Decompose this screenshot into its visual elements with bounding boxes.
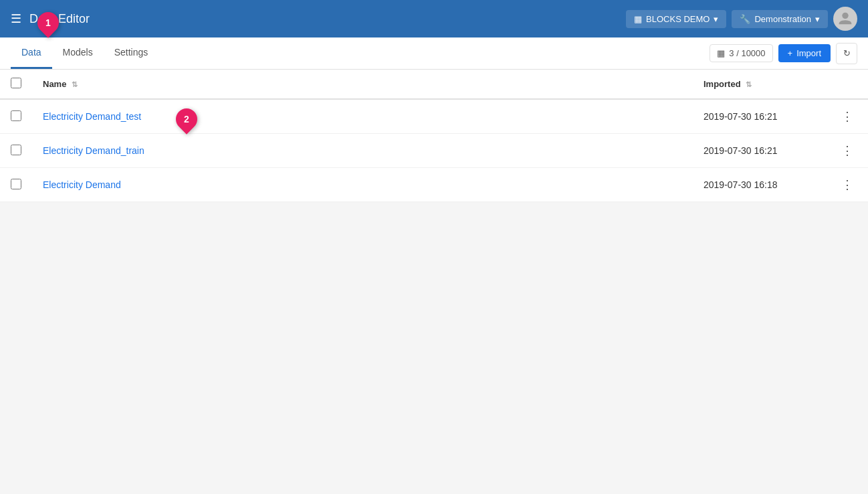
row-actions-cell: ⋮ xyxy=(827,99,868,134)
row-checkbox-cell xyxy=(0,134,32,168)
table-row: Electricity Demand_test2019-07-30 16:21⋮ xyxy=(0,99,868,134)
chevron-down-icon: ▾ xyxy=(714,14,718,24)
row-imported-cell: 2019-07-30 16:21 xyxy=(693,99,827,134)
avatar[interactable] xyxy=(833,7,857,31)
select-all-checkbox[interactable] xyxy=(11,78,21,88)
row-more-button[interactable]: ⋮ xyxy=(837,176,857,193)
table-row: Electricity Demand2019-07-30 16:18⋮ xyxy=(0,168,868,202)
annotation-badge-1-text: 1 xyxy=(45,17,51,28)
header: ☰ Data Editor ▦ BLOCKS DEMO ▾ 🔧 Demonstr… xyxy=(0,0,868,37)
row-actions-cell: ⋮ xyxy=(827,134,868,168)
nav-tabs-right: ▦ 3 / 10000 + Import ↻ xyxy=(710,43,857,64)
row-checkbox-cell xyxy=(0,168,32,202)
blocks-demo-button[interactable]: ▦ BLOCKS DEMO ▾ xyxy=(626,10,726,28)
name-column-label: Name xyxy=(43,79,66,89)
data-table: Name ⇅ Imported ⇅ Electricity Demand_tes… xyxy=(0,70,868,202)
select-all-header xyxy=(0,70,32,99)
plus-icon: + xyxy=(788,48,793,58)
imported-column-header[interactable]: Imported ⇅ xyxy=(693,70,827,99)
table-container: Name ⇅ Imported ⇅ Electricity Demand_tes… xyxy=(0,70,868,202)
table-icon: ▦ xyxy=(717,48,725,58)
row-name-cell: Electricity Demand xyxy=(32,168,693,202)
refresh-button[interactable]: ↻ xyxy=(836,43,857,64)
tab-models[interactable]: Models xyxy=(52,37,104,69)
row-checkbox-2[interactable] xyxy=(11,179,21,189)
hamburger-icon[interactable]: ☰ xyxy=(11,11,21,26)
row-name-link[interactable]: Electricity Demand xyxy=(43,179,121,190)
imported-sort-icon: ⇅ xyxy=(746,80,752,88)
nav-tabs: Data Models Settings ▦ 3 / 10000 + Impor… xyxy=(0,37,868,70)
row-checkbox-0[interactable] xyxy=(11,110,21,121)
imported-column-label: Imported xyxy=(703,79,741,89)
row-checkbox-cell xyxy=(0,99,32,134)
demonstration-label: Demonstration xyxy=(754,14,811,24)
chevron-down-icon-2: ▾ xyxy=(815,14,820,24)
header-right: ▦ BLOCKS DEMO ▾ 🔧 Demonstration ▾ xyxy=(626,7,857,31)
wrench-icon: 🔧 xyxy=(740,14,750,24)
row-name-cell: Electricity Demand_test xyxy=(32,99,693,134)
demonstration-button[interactable]: 🔧 Demonstration ▾ xyxy=(732,10,828,28)
table-header-row: Name ⇅ Imported ⇅ xyxy=(0,70,868,99)
name-column-header[interactable]: Name ⇅ xyxy=(32,70,693,99)
import-label: Import xyxy=(796,48,821,58)
row-name-cell: Electricity Demand_train xyxy=(32,134,693,168)
annotation-badge-2-text: 2 xyxy=(184,114,189,125)
table-row: Electricity Demand_train2019-07-30 16:21… xyxy=(0,134,868,168)
row-more-button[interactable]: ⋮ xyxy=(837,108,857,125)
name-sort-icon: ⇅ xyxy=(72,80,78,88)
tab-data[interactable]: Data xyxy=(11,37,52,69)
import-button[interactable]: + Import xyxy=(778,44,831,62)
nav-tabs-left: Data Models Settings xyxy=(11,37,158,69)
refresh-icon: ↻ xyxy=(843,48,851,58)
row-actions-cell: ⋮ xyxy=(827,168,868,202)
row-name-link[interactable]: Electricity Demand_test xyxy=(43,111,141,122)
row-imported-cell: 2019-07-30 16:18 xyxy=(693,168,827,202)
row-checkbox-1[interactable] xyxy=(11,145,21,155)
count-badge: ▦ 3 / 10000 xyxy=(710,44,772,62)
blocks-icon: ▦ xyxy=(634,14,642,24)
svg-point-0 xyxy=(842,13,848,19)
tab-settings[interactable]: Settings xyxy=(104,37,159,69)
blocks-demo-label: BLOCKS DEMO xyxy=(646,14,710,24)
count-label: 3 / 10000 xyxy=(729,48,765,58)
action-column-header xyxy=(827,70,868,99)
row-name-link[interactable]: Electricity Demand_train xyxy=(43,145,144,156)
row-more-button[interactable]: ⋮ xyxy=(837,142,857,159)
row-imported-cell: 2019-07-30 16:21 xyxy=(693,134,827,168)
